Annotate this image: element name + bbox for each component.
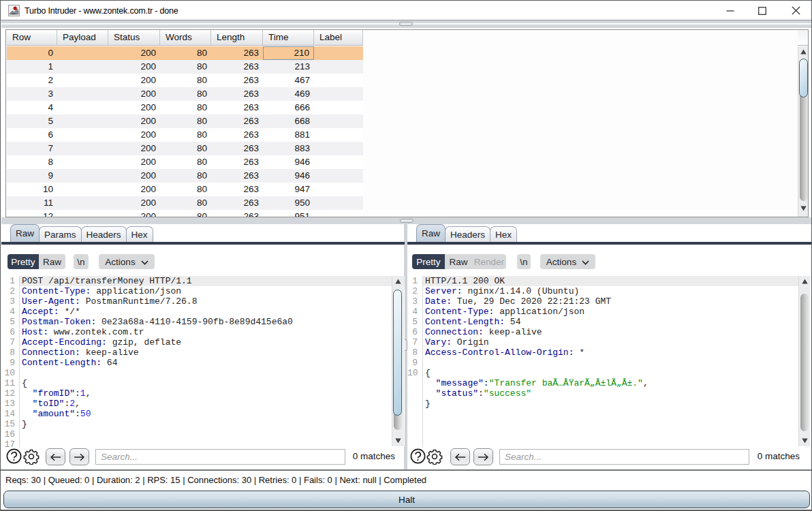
table-row[interactable]: 020080263210 (7, 46, 363, 60)
column-header-row[interactable]: Row (7, 30, 57, 46)
message-editor[interactable]: 1HTTP/1.1 200 OK2Server: nginx/1.14.0 (U… (407, 276, 811, 447)
table-cell[interactable] (314, 142, 363, 155)
table-cell[interactable]: 0 (7, 46, 57, 60)
table-cell[interactable]: 200 (108, 196, 160, 210)
table-cell[interactable]: 2 (7, 74, 57, 87)
divider-grip[interactable] (400, 219, 413, 223)
table-cell[interactable] (314, 74, 363, 87)
table-cell[interactable]: 80 (160, 74, 211, 87)
table-cell[interactable]: 200 (108, 114, 160, 128)
table-row[interactable]: 620080263881 (7, 128, 363, 142)
table-row[interactable]: 1020080263947 (7, 183, 363, 196)
pretty-button[interactable]: Pretty (7, 254, 39, 269)
table-cell[interactable] (57, 169, 108, 183)
table-cell[interactable]: 666 (263, 101, 314, 114)
table-cell[interactable]: 200 (108, 142, 160, 155)
table-cell[interactable]: 80 (160, 128, 211, 142)
table-cell[interactable]: 80 (160, 87, 211, 101)
table-cell[interactable]: 80 (160, 101, 211, 114)
table-cell[interactable] (57, 74, 108, 87)
table-row[interactable]: 520080263668 (7, 114, 363, 128)
scroll-up-arrow[interactable] (392, 276, 404, 287)
table-cell[interactable]: 200 (108, 155, 160, 169)
table-cell[interactable]: 263 (211, 169, 263, 183)
table-cell[interactable]: 263 (211, 210, 263, 217)
table-cell[interactable]: 263 (211, 60, 263, 74)
table-row[interactable]: 1220080263951 (7, 210, 363, 217)
table-row[interactable]: 420080263666 (7, 101, 363, 114)
table-cell[interactable]: 883 (263, 142, 314, 155)
table-cell[interactable]: 469 (263, 87, 314, 101)
top-split-divider[interactable] (1, 20, 812, 28)
close-button[interactable] (782, 1, 809, 20)
table-cell[interactable]: 263 (211, 183, 263, 196)
scroll-down-arrow[interactable] (392, 435, 404, 446)
table-cell[interactable] (57, 87, 108, 101)
table-cell[interactable] (314, 60, 363, 74)
table-cell[interactable]: 263 (211, 46, 263, 60)
table-cell[interactable]: 80 (160, 210, 211, 217)
table-cell[interactable] (57, 46, 108, 60)
newline-button[interactable]: \n (74, 254, 89, 269)
table-row[interactable]: 320080263469 (7, 87, 363, 101)
halt-button[interactable]: Halt (3, 491, 810, 508)
raw-button[interactable]: Raw (445, 254, 472, 269)
table-cell[interactable]: 10 (7, 183, 57, 196)
newline-button[interactable]: \n (517, 254, 531, 269)
table-cell[interactable]: 80 (160, 169, 211, 183)
focused-cell[interactable]: 210 (263, 46, 314, 60)
actions-button[interactable]: Actions (99, 254, 155, 269)
table-cell[interactable]: 200 (108, 183, 160, 196)
table-cell[interactable]: 8 (7, 155, 57, 169)
table-cell[interactable]: 1 (7, 60, 57, 74)
column-header-label[interactable]: Label (314, 30, 363, 46)
table-cell[interactable]: 3 (7, 87, 57, 101)
table-cell[interactable] (57, 142, 108, 155)
table-cell[interactable] (314, 210, 363, 217)
scroll-up-arrow[interactable] (799, 276, 810, 287)
next-match-button[interactable] (69, 448, 89, 465)
table-cell[interactable] (57, 210, 108, 217)
gear-icon-button[interactable] (23, 448, 40, 465)
scroll-up-arrow[interactable] (798, 46, 809, 57)
next-match-button[interactable] (473, 448, 493, 465)
table-cell[interactable]: 80 (160, 196, 211, 210)
column-header-payload[interactable]: Payload (57, 30, 108, 46)
column-header-time[interactable]: Time (263, 30, 314, 46)
previous-match-button[interactable] (450, 448, 470, 465)
table-cell[interactable]: 200 (108, 74, 160, 87)
table-cell[interactable]: 946 (263, 169, 314, 183)
scrollbar-thumb[interactable] (799, 59, 808, 97)
table-cell[interactable] (314, 101, 363, 114)
table-cell[interactable]: 263 (211, 114, 263, 128)
table-cell[interactable]: 200 (108, 60, 160, 74)
table-cell[interactable]: 263 (211, 74, 263, 87)
table-cell[interactable] (314, 46, 363, 60)
table-row[interactable]: 920080263946 (7, 169, 363, 183)
minimize-button[interactable] (717, 1, 744, 20)
table-cell[interactable] (57, 114, 108, 128)
editor-vertical-scrollbar[interactable] (392, 276, 404, 446)
table-cell[interactable] (314, 155, 363, 169)
table-cell[interactable]: 80 (160, 155, 211, 169)
table-cell[interactable]: 950 (263, 196, 314, 210)
table-cell[interactable]: 946 (263, 155, 314, 169)
actions-button[interactable]: Actions (540, 254, 595, 269)
column-header-length[interactable]: Length (211, 30, 263, 46)
table-cell[interactable] (57, 155, 108, 169)
previous-match-button[interactable] (46, 448, 65, 465)
table-row[interactable]: 820080263946 (7, 155, 363, 169)
table-cell[interactable]: 263 (211, 128, 263, 142)
table-row[interactable]: 120080263213 (7, 60, 363, 74)
table-cell[interactable]: 668 (263, 114, 314, 128)
column-header-words[interactable]: Words (160, 30, 211, 46)
tab-hex[interactable]: Hex (126, 226, 153, 242)
table-cell[interactable] (57, 183, 108, 196)
table-cell[interactable] (314, 87, 363, 101)
pretty-button[interactable]: Pretty (412, 254, 445, 269)
table-cell[interactable] (57, 101, 108, 114)
table-cell[interactable]: 947 (263, 183, 314, 196)
table-cell[interactable]: 80 (160, 114, 211, 128)
middle-split-divider[interactable] (1, 217, 812, 224)
table-cell[interactable]: 263 (211, 155, 263, 169)
